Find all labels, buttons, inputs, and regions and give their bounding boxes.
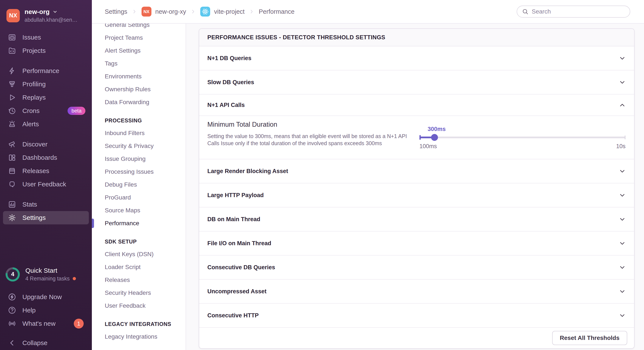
subnav-item-environments[interactable]: Environments [92, 70, 186, 83]
chevron-right-icon [132, 9, 137, 14]
threshold-settings-panel: PERFORMANCE ISSUES - DETECTOR THRESHOLD … [199, 28, 634, 349]
gear-icon [7, 213, 17, 222]
subnav-item-performance-label: Performance [105, 220, 139, 226]
subnav-item-security-privacy[interactable]: Security & Privacy [92, 140, 186, 153]
detector-row-label: Large HTTP Payload [207, 192, 264, 199]
sidebar-item-label: Settings [22, 214, 46, 221]
breadcrumb-project[interactable]: vite-project [200, 7, 244, 16]
detector-row-slow-db-queries[interactable]: Slow DB Queries [199, 70, 634, 94]
active-indicator [92, 219, 94, 228]
breadcrumb-page-label: Performance [259, 8, 294, 15]
subnav-item-user-feedback[interactable]: User Feedback [92, 299, 186, 312]
subnav-item-performance[interactable]: Performance [92, 217, 186, 230]
detector-row-uncompressed-asset[interactable]: Uncompressed Asset [199, 280, 634, 304]
subnav-item-releases[interactable]: Releases [92, 274, 186, 286]
reset-all-thresholds-button[interactable]: Reset All Thresholds [552, 331, 627, 345]
sidebar-item-replays[interactable]: Replays [0, 91, 92, 104]
slider-handle[interactable] [431, 134, 438, 141]
subnav-item-proguard[interactable]: ProGuard [92, 191, 186, 204]
sidebar-item-user-feedback[interactable]: User Feedback [0, 177, 92, 191]
subnav-item-debug-files[interactable]: Debug Files [92, 178, 186, 191]
nav-group-bottom: Stats Settings [0, 198, 92, 224]
subnav-header-legacy: LEGACY INTEGRATIONS [92, 318, 186, 330]
sidebar-item-stats[interactable]: Stats [0, 198, 92, 211]
sidebar-item-crons[interactable]: Crons beta [0, 104, 92, 117]
siren-icon [7, 119, 17, 129]
collapse-label: Collapse [22, 339, 48, 347]
sidebar-item-label: Releases [22, 167, 49, 175]
subnav-item-issue-grouping[interactable]: Issue Grouping [92, 153, 186, 165]
subnav-item-inbound-filters[interactable]: Inbound Filters [92, 127, 186, 140]
subnav-item-alert-settings[interactable]: Alert Settings [92, 44, 186, 57]
sidebar-item-label: Dashboards [22, 154, 57, 161]
org-name: new-org [24, 8, 78, 15]
sidebar-item-label: What's new [22, 320, 56, 327]
chevron-down-icon [618, 240, 626, 247]
chevron-down-icon [618, 54, 626, 62]
sidebar-item-settings[interactable]: Settings [3, 211, 89, 224]
subnav-item-legacy-integrations[interactable]: Legacy Integrations [92, 330, 186, 343]
sidebar-item-upgrade[interactable]: Upgrade Now [0, 290, 92, 304]
breadcrumb-settings[interactable]: Settings [105, 8, 127, 15]
help-circle-icon [7, 306, 17, 315]
bar-chart-icon [7, 200, 17, 209]
lightning-icon [7, 66, 17, 76]
subnav-item-security-headers[interactable]: Security Headers [92, 286, 186, 299]
dashboard-grid-icon [7, 153, 17, 162]
sidebar-collapse-button[interactable]: Collapse [0, 336, 92, 350]
sidebar-item-dashboards[interactable]: Dashboards [0, 151, 92, 164]
detector-row-consecutive-db-queries[interactable]: Consecutive DB Queries [199, 256, 634, 280]
detector-row-large-render-blocking-asset[interactable]: Large Render Blocking Asset [199, 159, 634, 183]
primary-sidebar: NX new-org abdullah.khan@sen… Issues [0, 0, 92, 350]
subnav-item-loader-script[interactable]: Loader Script [92, 261, 186, 274]
detector-row-file-io-on-main-thread[interactable]: File I/O on Main Thread [199, 231, 634, 256]
sidebar-item-label: Issues [22, 34, 41, 41]
detector-row-label: Slow DB Queries [207, 79, 254, 86]
sidebar-item-whats-new[interactable]: What's new 1 [0, 317, 92, 330]
subnav-item-data-forwarding[interactable]: Data Forwarding [92, 96, 186, 109]
subnav-header-sdk-setup: SDK SETUP [92, 235, 186, 248]
subnav-item-ownership-rules[interactable]: Ownership Rules [92, 83, 186, 96]
sidebar-item-label: User Feedback [22, 180, 66, 188]
detector-row-consecutive-http[interactable]: Consecutive HTTP [199, 304, 634, 328]
subnav-item-project-teams[interactable]: Project Teams [92, 31, 186, 44]
detector-row-large-http-payload[interactable]: Large HTTP Payload [199, 183, 634, 207]
subnav-item-general-settings[interactable]: General Settings [92, 24, 186, 31]
sidebar-item-issues[interactable]: Issues [0, 31, 92, 44]
detector-row-label: File I/O on Main Thread [207, 240, 271, 247]
subnav-item-source-maps[interactable]: Source Maps [92, 204, 186, 217]
threshold-setting-description: Setting the value to 300ms, means that a… [207, 133, 419, 147]
detector-row-label: N+1 API Calls [207, 102, 245, 108]
detector-row-label: Large Render Blocking Asset [207, 168, 288, 175]
detector-row-n1-api-calls[interactable]: N+1 API Calls [199, 94, 634, 116]
sidebar-item-label: Profiling [22, 81, 46, 88]
detector-row-label: DB on Main Thread [207, 216, 260, 223]
detector-row-db-on-main-thread[interactable]: DB on Main Thread [199, 207, 634, 231]
sidebar-item-performance[interactable]: Performance [0, 64, 92, 78]
breadcrumb: Settings NX new-org-xy vite-project [92, 7, 294, 16]
sidebar-item-label: Stats [22, 201, 37, 208]
search-input[interactable] [532, 8, 625, 15]
sidebar-item-profiling[interactable]: Profiling [0, 78, 92, 91]
sidebar-item-discover[interactable]: Discover [0, 138, 92, 151]
sidebar-item-help[interactable]: Help [0, 304, 92, 317]
play-icon [7, 93, 17, 102]
breadcrumb-org-label: new-org-xy [155, 8, 186, 15]
detector-row-n1-db-queries[interactable]: N+1 DB Queries [199, 46, 634, 70]
sidebar-item-alerts[interactable]: Alerts [0, 117, 92, 131]
sidebar-item-label: Discover [22, 141, 48, 148]
chevron-down-icon [618, 79, 626, 86]
slider-track[interactable] [420, 137, 626, 138]
main-content: PERFORMANCE ISSUES - DETECTOR THRESHOLD … [186, 24, 644, 350]
quick-start[interactable]: 4 Quick Start 4 Remaining tasks [6, 267, 92, 282]
sidebar-item-projects[interactable]: Projects [0, 44, 92, 57]
subnav-item-processing-issues[interactable]: Processing Issues [92, 165, 186, 178]
org-email: abdullah.khan@sen… [24, 17, 78, 23]
org-switcher[interactable]: NX new-org abdullah.khan@sen… [6, 8, 88, 23]
org-avatar: NX [142, 7, 152, 16]
subnav-item-client-keys[interactable]: Client Keys (DSN) [92, 248, 186, 261]
search-box[interactable] [517, 5, 630, 18]
sidebar-item-releases[interactable]: Releases [0, 164, 92, 177]
breadcrumb-org[interactable]: NX new-org-xy [142, 7, 186, 16]
subnav-item-tags[interactable]: Tags [92, 57, 186, 70]
